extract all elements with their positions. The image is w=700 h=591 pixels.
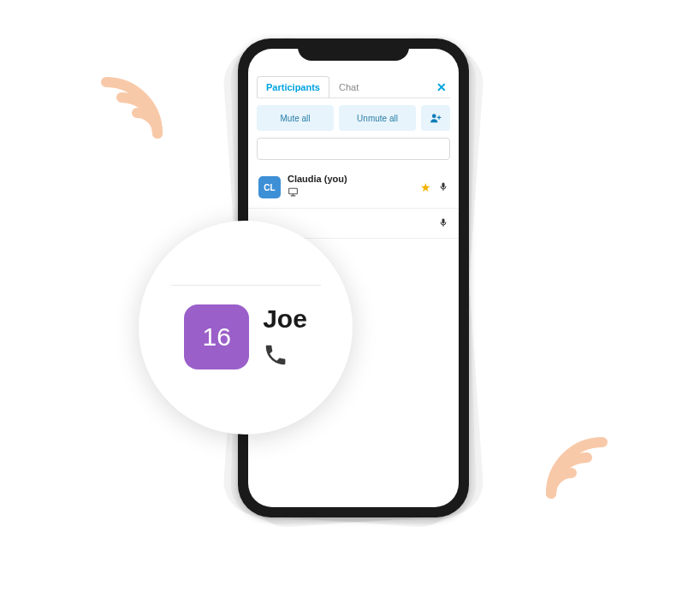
svg-rect-7: [442, 219, 445, 224]
mute-all-button[interactable]: Mute all: [257, 105, 334, 131]
search-input[interactable]: [257, 138, 450, 160]
participant-name: Joe: [263, 304, 307, 334]
participant-row[interactable]: CL Claudia (you) ★: [248, 167, 459, 209]
avatar: 16: [184, 304, 249, 369]
zoom-detail-bubble: 16 Joe: [139, 221, 353, 434]
svg-rect-6: [442, 183, 445, 188]
participant-name: Claudia (you): [288, 174, 413, 184]
search-container: [248, 138, 459, 167]
signal-arcs-icon: [86, 51, 188, 154]
tab-bar: Participants Chat ✕: [248, 73, 459, 98]
close-icon[interactable]: ✕: [433, 77, 450, 98]
host-star-icon: ★: [420, 180, 431, 194]
svg-rect-3: [289, 188, 298, 194]
phone-icon: [263, 342, 307, 371]
avatar: CL: [258, 176, 281, 198]
add-participant-button[interactable]: [421, 105, 450, 131]
unmute-all-button[interactable]: Unmute all: [339, 105, 416, 131]
action-bar: Mute all Unmute all: [248, 98, 459, 138]
add-user-icon: [430, 112, 442, 124]
participant-info: Joe: [263, 304, 307, 371]
signal-arcs-icon: [520, 411, 623, 514]
mic-icon[interactable]: [438, 216, 448, 231]
divider: [171, 285, 321, 286]
tab-participants[interactable]: Participants: [257, 76, 329, 98]
desktop-icon: [288, 186, 413, 201]
tab-chat[interactable]: Chat: [329, 76, 368, 98]
mic-icon[interactable]: [438, 180, 448, 195]
phone-notch: [298, 38, 409, 61]
svg-point-0: [432, 114, 436, 118]
participant-info: Claudia (you): [288, 174, 413, 201]
